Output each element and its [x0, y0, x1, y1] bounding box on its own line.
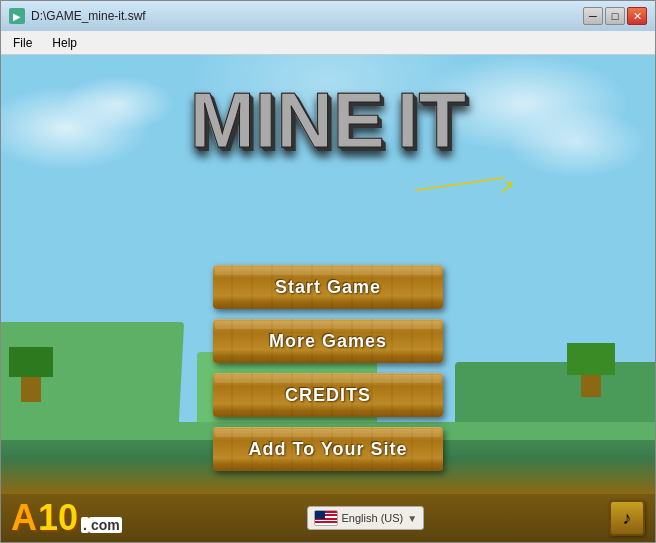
cursor-line — [415, 177, 504, 192]
tree-1 — [21, 372, 41, 402]
cursor-decoration: ↗ — [415, 175, 515, 195]
menu-file[interactable]: File — [5, 34, 40, 52]
maximize-button[interactable]: □ — [605, 7, 625, 25]
bottom-bar: A 10 . com English (US) ▼ ♪ — [1, 494, 655, 542]
add-to-site-button[interactable]: Add To Your Site — [213, 427, 443, 471]
app-window: ▶ D:\GAME_mine-it.swf ─ □ ✕ File Help MI… — [0, 0, 656, 543]
game-area: MINEIT ↗ Start Game More Games CREDITS A… — [1, 55, 655, 542]
title-bar-left: ▶ D:\GAME_mine-it.swf — [9, 8, 146, 24]
window-title: D:\GAME_mine-it.swf — [31, 9, 146, 23]
main-menu-buttons: Start Game More Games CREDITS Add To You… — [208, 265, 448, 471]
language-selector[interactable]: English (US) ▼ — [307, 506, 425, 530]
flag-icon — [314, 510, 338, 526]
menu-bar: File Help — [1, 31, 655, 55]
menu-help[interactable]: Help — [44, 34, 85, 52]
close-button[interactable]: ✕ — [627, 7, 647, 25]
minimize-button[interactable]: ─ — [583, 7, 603, 25]
dropdown-arrow-icon: ▼ — [407, 513, 417, 524]
logo-it: IT — [397, 75, 466, 166]
logo-mine: MINE — [190, 75, 385, 166]
language-label: English (US) — [342, 512, 404, 524]
tree-2 — [581, 369, 601, 397]
game-logo: MINEIT — [190, 75, 466, 166]
a10-letter-a: A — [11, 497, 37, 539]
credits-button[interactable]: CREDITS — [213, 373, 443, 417]
title-bar: ▶ D:\GAME_mine-it.swf ─ □ ✕ — [1, 1, 655, 31]
a10-logo[interactable]: A 10 . com — [11, 497, 122, 539]
cursor-arrow-icon: ↗ — [498, 175, 515, 199]
music-icon: ♪ — [622, 508, 631, 529]
more-games-button[interactable]: More Games — [213, 319, 443, 363]
start-game-button[interactable]: Start Game — [213, 265, 443, 309]
a10-number: 10 — [38, 497, 78, 539]
title-bar-controls: ─ □ ✕ — [583, 7, 647, 25]
music-button[interactable]: ♪ — [609, 500, 645, 536]
a10-dot: . — [81, 517, 89, 533]
a10-com: com — [89, 517, 122, 533]
app-icon: ▶ — [9, 8, 25, 24]
